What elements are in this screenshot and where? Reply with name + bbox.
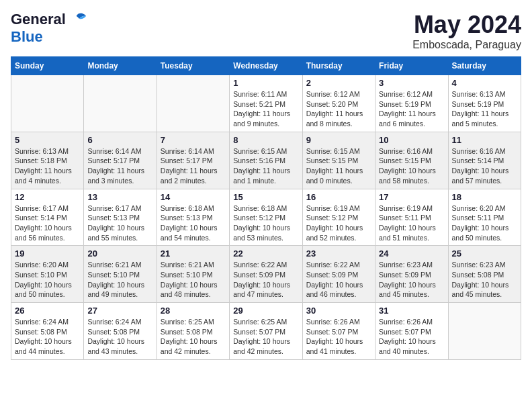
- day-info: Sunrise: 6:13 AM Sunset: 5:19 PM Dayligh…: [452, 89, 517, 129]
- logo-bird-icon: [67, 12, 87, 27]
- weekday-header-wednesday: Wednesday: [230, 57, 302, 75]
- day-info: Sunrise: 6:13 AM Sunset: 5:18 PM Dayligh…: [15, 146, 80, 186]
- day-info: Sunrise: 6:17 AM Sunset: 5:14 PM Dayligh…: [15, 203, 80, 243]
- weekday-header-monday: Monday: [84, 57, 157, 75]
- calendar-cell: 26Sunrise: 6:24 AM Sunset: 5:08 PM Dayli…: [11, 303, 84, 360]
- day-info: Sunrise: 6:26 AM Sunset: 5:07 PM Dayligh…: [306, 317, 371, 357]
- day-info: Sunrise: 6:23 AM Sunset: 5:09 PM Dayligh…: [379, 260, 444, 300]
- day-number: 9: [306, 135, 371, 145]
- day-number: 3: [379, 78, 444, 88]
- calendar-cell: 14Sunrise: 6:18 AM Sunset: 5:13 PM Dayli…: [157, 189, 229, 246]
- day-number: 28: [161, 306, 226, 316]
- main-title: May 2024: [412, 11, 521, 39]
- calendar-cell: 30Sunrise: 6:26 AM Sunset: 5:07 PM Dayli…: [302, 303, 375, 360]
- day-number: 14: [161, 192, 226, 202]
- calendar-cell: [157, 75, 229, 132]
- calendar-cell: 6Sunrise: 6:14 AM Sunset: 5:17 PM Daylig…: [84, 132, 157, 189]
- weekday-header-thursday: Thursday: [302, 57, 375, 75]
- day-number: 2: [306, 78, 371, 88]
- calendar-cell: 21Sunrise: 6:21 AM Sunset: 5:10 PM Dayli…: [157, 246, 229, 303]
- day-number: 10: [379, 135, 444, 145]
- day-info: Sunrise: 6:22 AM Sunset: 5:09 PM Dayligh…: [306, 260, 371, 300]
- calendar-week-3: 12Sunrise: 6:17 AM Sunset: 5:14 PM Dayli…: [11, 189, 521, 246]
- day-info: Sunrise: 6:21 AM Sunset: 5:10 PM Dayligh…: [87, 260, 152, 300]
- day-number: 18: [452, 192, 517, 202]
- day-info: Sunrise: 6:23 AM Sunset: 5:08 PM Dayligh…: [452, 260, 517, 300]
- logo-blue: Blue: [11, 28, 43, 45]
- day-info: Sunrise: 6:16 AM Sunset: 5:15 PM Dayligh…: [379, 146, 444, 186]
- calendar-cell: 13Sunrise: 6:17 AM Sunset: 5:13 PM Dayli…: [84, 189, 157, 246]
- day-number: 4: [452, 78, 517, 88]
- calendar-cell: 9Sunrise: 6:15 AM Sunset: 5:15 PM Daylig…: [302, 132, 375, 189]
- day-info: Sunrise: 6:22 AM Sunset: 5:09 PM Dayligh…: [233, 260, 298, 300]
- day-info: Sunrise: 6:15 AM Sunset: 5:15 PM Dayligh…: [306, 146, 371, 186]
- day-info: Sunrise: 6:12 AM Sunset: 5:20 PM Dayligh…: [306, 89, 371, 129]
- day-number: 1: [233, 78, 298, 88]
- day-info: Sunrise: 6:25 AM Sunset: 5:07 PM Dayligh…: [233, 317, 298, 357]
- day-number: 19: [15, 248, 80, 259]
- subtitle: Emboscada, Paraguay: [412, 39, 521, 51]
- title-block: May 2024 Emboscada, Paraguay: [412, 11, 521, 51]
- calendar-cell: 7Sunrise: 6:14 AM Sunset: 5:17 PM Daylig…: [157, 132, 229, 189]
- calendar-cell: 11Sunrise: 6:16 AM Sunset: 5:14 PM Dayli…: [448, 132, 521, 189]
- day-number: 6: [87, 135, 152, 145]
- calendar-cell: [11, 75, 84, 132]
- calendar-cell: 2Sunrise: 6:12 AM Sunset: 5:20 PM Daylig…: [302, 75, 375, 132]
- day-number: 5: [15, 135, 80, 145]
- calendar-cell: [84, 75, 157, 132]
- day-info: Sunrise: 6:14 AM Sunset: 5:17 PM Dayligh…: [87, 146, 152, 186]
- day-info: Sunrise: 6:26 AM Sunset: 5:07 PM Dayligh…: [379, 317, 444, 357]
- day-number: 17: [379, 192, 444, 202]
- day-number: 27: [87, 306, 152, 316]
- day-number: 26: [15, 306, 80, 316]
- weekday-header-friday: Friday: [375, 57, 448, 75]
- day-info: Sunrise: 6:15 AM Sunset: 5:16 PM Dayligh…: [233, 146, 298, 186]
- day-number: 24: [379, 248, 444, 259]
- day-number: 20: [87, 248, 152, 259]
- day-number: 7: [161, 135, 226, 145]
- calendar-cell: 10Sunrise: 6:16 AM Sunset: 5:15 PM Dayli…: [375, 132, 448, 189]
- day-info: Sunrise: 6:20 AM Sunset: 5:10 PM Dayligh…: [15, 260, 80, 300]
- page-header: General Blue May 2024 Emboscada, Paragua…: [11, 11, 521, 51]
- day-info: Sunrise: 6:18 AM Sunset: 5:13 PM Dayligh…: [161, 203, 226, 243]
- calendar-cell: 1Sunrise: 6:11 AM Sunset: 5:21 PM Daylig…: [230, 75, 302, 132]
- calendar-cell: 23Sunrise: 6:22 AM Sunset: 5:09 PM Dayli…: [302, 246, 375, 303]
- calendar-cell: 18Sunrise: 6:20 AM Sunset: 5:11 PM Dayli…: [448, 189, 521, 246]
- day-info: Sunrise: 6:16 AM Sunset: 5:14 PM Dayligh…: [452, 146, 517, 186]
- calendar-table: SundayMondayTuesdayWednesdayThursdayFrid…: [11, 56, 521, 360]
- day-number: 8: [233, 135, 298, 145]
- calendar-week-4: 19Sunrise: 6:20 AM Sunset: 5:10 PM Dayli…: [11, 246, 521, 303]
- calendar-cell: 16Sunrise: 6:19 AM Sunset: 5:12 PM Dayli…: [302, 189, 375, 246]
- calendar-week-2: 5Sunrise: 6:13 AM Sunset: 5:18 PM Daylig…: [11, 132, 521, 189]
- weekday-header-tuesday: Tuesday: [157, 57, 229, 75]
- calendar-cell: 29Sunrise: 6:25 AM Sunset: 5:07 PM Dayli…: [230, 303, 302, 360]
- day-info: Sunrise: 6:14 AM Sunset: 5:17 PM Dayligh…: [161, 146, 226, 186]
- day-number: 13: [87, 192, 152, 202]
- logo: General Blue: [11, 11, 87, 46]
- calendar-cell: 20Sunrise: 6:21 AM Sunset: 5:10 PM Dayli…: [84, 246, 157, 303]
- calendar-cell: 22Sunrise: 6:22 AM Sunset: 5:09 PM Dayli…: [230, 246, 302, 303]
- day-number: 11: [452, 135, 517, 145]
- day-number: 25: [452, 248, 517, 259]
- calendar-cell: 19Sunrise: 6:20 AM Sunset: 5:10 PM Dayli…: [11, 246, 84, 303]
- calendar-cell: 5Sunrise: 6:13 AM Sunset: 5:18 PM Daylig…: [11, 132, 84, 189]
- day-info: Sunrise: 6:11 AM Sunset: 5:21 PM Dayligh…: [233, 89, 298, 129]
- day-number: 21: [161, 248, 226, 259]
- calendar-cell: 25Sunrise: 6:23 AM Sunset: 5:08 PM Dayli…: [448, 246, 521, 303]
- calendar-cell: 24Sunrise: 6:23 AM Sunset: 5:09 PM Dayli…: [375, 246, 448, 303]
- calendar-cell: 28Sunrise: 6:25 AM Sunset: 5:08 PM Dayli…: [157, 303, 229, 360]
- day-info: Sunrise: 6:24 AM Sunset: 5:08 PM Dayligh…: [15, 317, 80, 357]
- day-info: Sunrise: 6:21 AM Sunset: 5:10 PM Dayligh…: [161, 260, 226, 300]
- day-number: 29: [233, 306, 298, 316]
- day-info: Sunrise: 6:25 AM Sunset: 5:08 PM Dayligh…: [161, 317, 226, 357]
- day-number: 31: [379, 306, 444, 316]
- calendar-week-1: 1Sunrise: 6:11 AM Sunset: 5:21 PM Daylig…: [11, 75, 521, 132]
- weekday-header-saturday: Saturday: [448, 57, 521, 75]
- day-number: 15: [233, 192, 298, 202]
- calendar-cell: 3Sunrise: 6:12 AM Sunset: 5:19 PM Daylig…: [375, 75, 448, 132]
- calendar-cell: 12Sunrise: 6:17 AM Sunset: 5:14 PM Dayli…: [11, 189, 84, 246]
- calendar-cell: 27Sunrise: 6:24 AM Sunset: 5:08 PM Dayli…: [84, 303, 157, 360]
- calendar-cell: 17Sunrise: 6:19 AM Sunset: 5:11 PM Dayli…: [375, 189, 448, 246]
- day-info: Sunrise: 6:19 AM Sunset: 5:11 PM Dayligh…: [379, 203, 444, 243]
- logo-general: General: [11, 11, 66, 28]
